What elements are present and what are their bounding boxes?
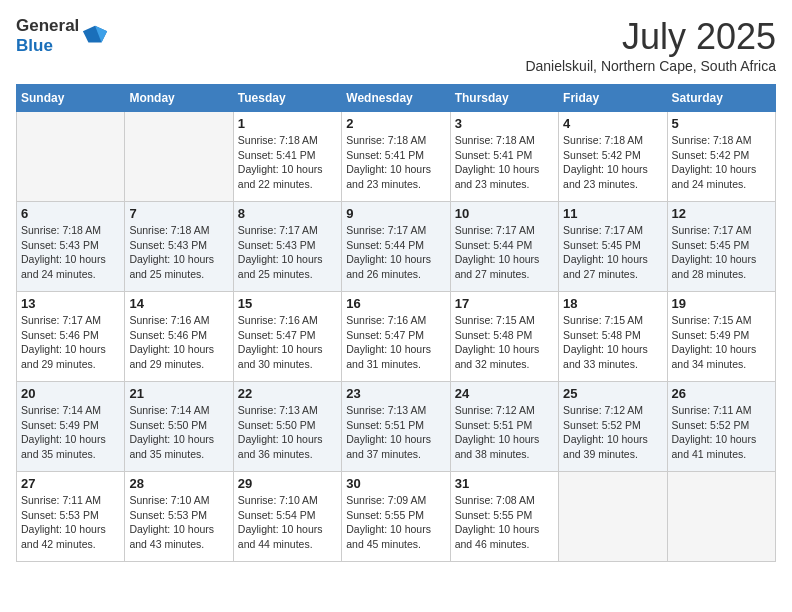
calendar-cell: 16Sunrise: 7:16 AM Sunset: 5:47 PM Dayli… <box>342 292 450 382</box>
day-number: 23 <box>346 386 445 401</box>
day-info: Sunrise: 7:08 AM Sunset: 5:55 PM Dayligh… <box>455 493 554 552</box>
calendar-cell: 14Sunrise: 7:16 AM Sunset: 5:46 PM Dayli… <box>125 292 233 382</box>
calendar-header-row: SundayMondayTuesdayWednesdayThursdayFrid… <box>17 85 776 112</box>
calendar-week-row: 13Sunrise: 7:17 AM Sunset: 5:46 PM Dayli… <box>17 292 776 382</box>
day-number: 12 <box>672 206 771 221</box>
calendar-cell: 19Sunrise: 7:15 AM Sunset: 5:49 PM Dayli… <box>667 292 775 382</box>
day-number: 13 <box>21 296 120 311</box>
calendar-cell: 31Sunrise: 7:08 AM Sunset: 5:55 PM Dayli… <box>450 472 558 562</box>
calendar-cell: 21Sunrise: 7:14 AM Sunset: 5:50 PM Dayli… <box>125 382 233 472</box>
calendar-cell: 6Sunrise: 7:18 AM Sunset: 5:43 PM Daylig… <box>17 202 125 292</box>
calendar-cell: 2Sunrise: 7:18 AM Sunset: 5:41 PM Daylig… <box>342 112 450 202</box>
logo-icon <box>81 22 109 50</box>
day-info: Sunrise: 7:15 AM Sunset: 5:48 PM Dayligh… <box>563 313 662 372</box>
day-number: 10 <box>455 206 554 221</box>
month-title: July 2025 <box>525 16 776 58</box>
calendar-cell <box>17 112 125 202</box>
subtitle: Danielskuil, Northern Cape, South Africa <box>525 58 776 74</box>
calendar-week-row: 1Sunrise: 7:18 AM Sunset: 5:41 PM Daylig… <box>17 112 776 202</box>
day-info: Sunrise: 7:13 AM Sunset: 5:51 PM Dayligh… <box>346 403 445 462</box>
calendar-day-header: Wednesday <box>342 85 450 112</box>
day-info: Sunrise: 7:16 AM Sunset: 5:47 PM Dayligh… <box>238 313 337 372</box>
page-header: General Blue July 2025 Danielskuil, Nort… <box>16 16 776 74</box>
day-number: 2 <box>346 116 445 131</box>
day-number: 27 <box>21 476 120 491</box>
calendar-cell: 1Sunrise: 7:18 AM Sunset: 5:41 PM Daylig… <box>233 112 341 202</box>
logo-blue: Blue <box>16 36 79 56</box>
calendar-cell: 11Sunrise: 7:17 AM Sunset: 5:45 PM Dayli… <box>559 202 667 292</box>
calendar-day-header: Saturday <box>667 85 775 112</box>
day-info: Sunrise: 7:11 AM Sunset: 5:52 PM Dayligh… <box>672 403 771 462</box>
calendar-cell: 24Sunrise: 7:12 AM Sunset: 5:51 PM Dayli… <box>450 382 558 472</box>
day-number: 30 <box>346 476 445 491</box>
calendar-day-header: Sunday <box>17 85 125 112</box>
day-info: Sunrise: 7:18 AM Sunset: 5:41 PM Dayligh… <box>238 133 337 192</box>
day-number: 19 <box>672 296 771 311</box>
day-info: Sunrise: 7:18 AM Sunset: 5:42 PM Dayligh… <box>563 133 662 192</box>
day-info: Sunrise: 7:14 AM Sunset: 5:49 PM Dayligh… <box>21 403 120 462</box>
day-info: Sunrise: 7:10 AM Sunset: 5:53 PM Dayligh… <box>129 493 228 552</box>
day-number: 16 <box>346 296 445 311</box>
calendar-cell: 26Sunrise: 7:11 AM Sunset: 5:52 PM Dayli… <box>667 382 775 472</box>
day-info: Sunrise: 7:18 AM Sunset: 5:42 PM Dayligh… <box>672 133 771 192</box>
day-info: Sunrise: 7:15 AM Sunset: 5:48 PM Dayligh… <box>455 313 554 372</box>
day-number: 4 <box>563 116 662 131</box>
calendar-cell: 3Sunrise: 7:18 AM Sunset: 5:41 PM Daylig… <box>450 112 558 202</box>
calendar-week-row: 6Sunrise: 7:18 AM Sunset: 5:43 PM Daylig… <box>17 202 776 292</box>
day-info: Sunrise: 7:12 AM Sunset: 5:51 PM Dayligh… <box>455 403 554 462</box>
calendar-cell: 15Sunrise: 7:16 AM Sunset: 5:47 PM Dayli… <box>233 292 341 382</box>
day-info: Sunrise: 7:16 AM Sunset: 5:46 PM Dayligh… <box>129 313 228 372</box>
day-info: Sunrise: 7:17 AM Sunset: 5:45 PM Dayligh… <box>672 223 771 282</box>
calendar-cell: 29Sunrise: 7:10 AM Sunset: 5:54 PM Dayli… <box>233 472 341 562</box>
day-info: Sunrise: 7:18 AM Sunset: 5:41 PM Dayligh… <box>455 133 554 192</box>
calendar-cell: 17Sunrise: 7:15 AM Sunset: 5:48 PM Dayli… <box>450 292 558 382</box>
calendar-cell: 27Sunrise: 7:11 AM Sunset: 5:53 PM Dayli… <box>17 472 125 562</box>
title-block: July 2025 Danielskuil, Northern Cape, So… <box>525 16 776 74</box>
day-info: Sunrise: 7:18 AM Sunset: 5:43 PM Dayligh… <box>21 223 120 282</box>
calendar-cell: 23Sunrise: 7:13 AM Sunset: 5:51 PM Dayli… <box>342 382 450 472</box>
day-number: 18 <box>563 296 662 311</box>
day-info: Sunrise: 7:17 AM Sunset: 5:43 PM Dayligh… <box>238 223 337 282</box>
calendar-cell <box>559 472 667 562</box>
calendar-week-row: 27Sunrise: 7:11 AM Sunset: 5:53 PM Dayli… <box>17 472 776 562</box>
day-number: 28 <box>129 476 228 491</box>
day-number: 25 <box>563 386 662 401</box>
day-number: 26 <box>672 386 771 401</box>
day-number: 31 <box>455 476 554 491</box>
calendar-cell: 25Sunrise: 7:12 AM Sunset: 5:52 PM Dayli… <box>559 382 667 472</box>
calendar-cell: 22Sunrise: 7:13 AM Sunset: 5:50 PM Dayli… <box>233 382 341 472</box>
calendar-cell: 20Sunrise: 7:14 AM Sunset: 5:49 PM Dayli… <box>17 382 125 472</box>
day-info: Sunrise: 7:14 AM Sunset: 5:50 PM Dayligh… <box>129 403 228 462</box>
day-info: Sunrise: 7:18 AM Sunset: 5:41 PM Dayligh… <box>346 133 445 192</box>
calendar-cell: 28Sunrise: 7:10 AM Sunset: 5:53 PM Dayli… <box>125 472 233 562</box>
calendar-cell: 18Sunrise: 7:15 AM Sunset: 5:48 PM Dayli… <box>559 292 667 382</box>
day-number: 1 <box>238 116 337 131</box>
day-number: 9 <box>346 206 445 221</box>
day-info: Sunrise: 7:15 AM Sunset: 5:49 PM Dayligh… <box>672 313 771 372</box>
day-info: Sunrise: 7:12 AM Sunset: 5:52 PM Dayligh… <box>563 403 662 462</box>
calendar-day-header: Monday <box>125 85 233 112</box>
day-info: Sunrise: 7:17 AM Sunset: 5:46 PM Dayligh… <box>21 313 120 372</box>
day-info: Sunrise: 7:09 AM Sunset: 5:55 PM Dayligh… <box>346 493 445 552</box>
calendar-cell <box>125 112 233 202</box>
day-info: Sunrise: 7:10 AM Sunset: 5:54 PM Dayligh… <box>238 493 337 552</box>
day-info: Sunrise: 7:16 AM Sunset: 5:47 PM Dayligh… <box>346 313 445 372</box>
calendar-cell <box>667 472 775 562</box>
day-number: 21 <box>129 386 228 401</box>
calendar-cell: 10Sunrise: 7:17 AM Sunset: 5:44 PM Dayli… <box>450 202 558 292</box>
calendar-day-header: Friday <box>559 85 667 112</box>
day-number: 8 <box>238 206 337 221</box>
day-info: Sunrise: 7:13 AM Sunset: 5:50 PM Dayligh… <box>238 403 337 462</box>
calendar-cell: 4Sunrise: 7:18 AM Sunset: 5:42 PM Daylig… <box>559 112 667 202</box>
day-number: 11 <box>563 206 662 221</box>
day-number: 17 <box>455 296 554 311</box>
day-number: 7 <box>129 206 228 221</box>
calendar-week-row: 20Sunrise: 7:14 AM Sunset: 5:49 PM Dayli… <box>17 382 776 472</box>
calendar-day-header: Thursday <box>450 85 558 112</box>
day-number: 24 <box>455 386 554 401</box>
day-info: Sunrise: 7:17 AM Sunset: 5:45 PM Dayligh… <box>563 223 662 282</box>
day-number: 22 <box>238 386 337 401</box>
day-number: 5 <box>672 116 771 131</box>
calendar-cell: 13Sunrise: 7:17 AM Sunset: 5:46 PM Dayli… <box>17 292 125 382</box>
calendar-day-header: Tuesday <box>233 85 341 112</box>
